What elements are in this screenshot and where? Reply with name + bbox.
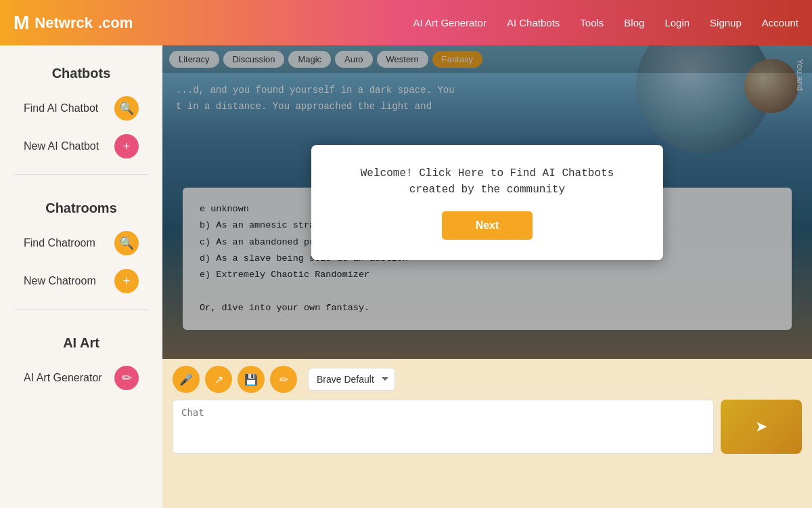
ai-art-section: AI Art AI Art Generator ✏ [0,329,162,400]
chatrooms-title: Chatrooms [14,200,149,216]
new-chatbot-label: New AI Chatbot [24,140,99,152]
find-chatroom-item[interactable]: Find Chatroom 🔍 [14,224,149,262]
send-button[interactable]: ➤ [721,400,802,454]
nav-ai-art-generator[interactable]: AI Art Generator [413,17,487,28]
modal-next-button[interactable]: Next [442,211,533,240]
nav-links: AI Art Generator AI Chatbots Tools Blog … [413,17,798,28]
chat-input-row: ➤ [173,400,802,454]
sidebar-divider-2 [14,309,149,310]
nav-account[interactable]: Account [762,17,798,28]
sidebar-divider-1 [14,174,149,175]
find-chatbot-button[interactable]: 🔍 [114,96,139,121]
top-navigation: M Netwrck .com AI Art Generator AI Chatb… [0,0,812,45]
ai-art-gen-label: AI Art Generator [24,372,102,384]
find-chatroom-button[interactable]: 🔍 [114,231,139,255]
share-button[interactable]: ↗ [205,366,232,393]
logo[interactable]: M Netwrck .com [14,12,133,34]
chat-input[interactable] [173,400,714,454]
welcome-modal: Welcome! Click Here to Find AI Chatbots … [311,145,663,260]
edit-button[interactable]: ✏ [270,366,297,393]
find-ai-chatbot-item[interactable]: Find AI Chatbot 🔍 [14,89,149,127]
ai-art-title: AI Art [14,335,149,351]
chatbots-title: Chatbots [14,66,149,81]
find-chatroom-label: Find Chatroom [24,237,95,249]
new-chatroom-item[interactable]: New Chatroom + [14,262,149,300]
content-area: Literacy Discussion Magic Auro Western F… [162,45,812,508]
sidebar: Chatbots Find AI Chatbot 🔍 New AI Chatbo… [0,45,162,508]
find-chatbot-label: Find AI Chatbot [24,102,98,114]
nav-login[interactable]: Login [664,17,690,28]
logo-m-icon: M [14,12,29,34]
logo-text: Netwrck [35,14,93,32]
nav-blog[interactable]: Blog [624,17,644,28]
logo-com: .com [98,14,133,32]
new-chatroom-label: New Chatroom [24,275,96,287]
nav-tools[interactable]: Tools [580,17,604,28]
chat-area: 🎤 ↗ 💾 ✏ Brave Default GPT-4 Claude Gemin… [162,359,812,508]
new-chatbot-button[interactable]: + [114,134,139,158]
ai-art-gen-item[interactable]: AI Art Generator ✏ [14,359,149,397]
send-icon: ➤ [755,418,767,436]
chatbots-section: Chatbots Find AI Chatbot 🔍 New AI Chatbo… [0,59,162,169]
nav-ai-chatbots[interactable]: AI Chatbots [507,17,560,28]
main-layout: Chatbots Find AI Chatbot 🔍 New AI Chatbo… [0,45,812,508]
new-chatroom-button[interactable]: + [114,269,139,293]
modal-title: Welcome! Click Here to Find AI Chatbots … [335,165,639,198]
chat-toolbar: 🎤 ↗ 💾 ✏ Brave Default GPT-4 Claude Gemin… [173,366,802,393]
ai-art-gen-button[interactable]: ✏ [114,366,139,390]
chatrooms-section: Chatrooms Find Chatroom 🔍 New Chatroom + [0,194,162,303]
model-select[interactable]: Brave Default GPT-4 Claude Gemini [308,368,395,391]
new-ai-chatbot-item[interactable]: New AI Chatbot + [14,127,149,165]
voice-button[interactable]: 🎤 [173,366,200,393]
modal-overlay: Welcome! Click Here to Find AI Chatbots … [162,45,812,359]
nav-signup[interactable]: Signup [710,17,742,28]
save-button[interactable]: 💾 [238,366,265,393]
